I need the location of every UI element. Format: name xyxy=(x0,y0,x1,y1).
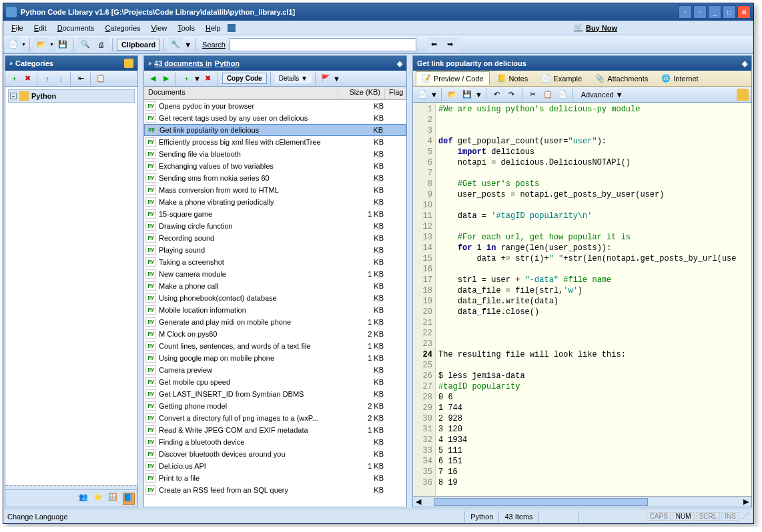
new-button[interactable]: 📄▼ xyxy=(6,37,26,52)
menu-view[interactable]: View xyxy=(146,23,173,33)
document-row[interactable]: pySending sms from nokia series 60KB xyxy=(144,172,406,184)
tab-notes[interactable]: 📒Notes xyxy=(491,71,534,86)
splitter-2[interactable] xyxy=(408,54,411,509)
tree-node-python[interactable]: − Python xyxy=(8,89,135,103)
outdent-button[interactable]: ⇤ xyxy=(75,73,87,85)
col-size[interactable]: Size (KB) xyxy=(338,87,385,99)
undo-button[interactable]: ↶ xyxy=(490,88,504,101)
open-code-button[interactable]: 📂 xyxy=(446,88,459,101)
tab-internet[interactable]: 🌐Internet xyxy=(655,71,704,86)
delete-category-button[interactable]: ✖ xyxy=(21,73,33,85)
delete-document-button[interactable]: ✖ xyxy=(202,73,214,85)
tab-preview-code[interactable]: 📝Preview / Code xyxy=(416,71,490,85)
nav-prev-button[interactable]: ◀ xyxy=(147,73,159,85)
menu-overflow-icon[interactable] xyxy=(228,24,236,32)
document-row[interactable]: pyGet mobile cpu speedKB xyxy=(144,376,406,388)
document-row[interactable]: pyMake a phone vibrating periodicallyKB xyxy=(144,196,406,208)
splitter-1[interactable] xyxy=(139,54,142,509)
document-row[interactable]: pyMake a phone callKB xyxy=(144,280,406,292)
copy-button[interactable]: 📋 xyxy=(541,88,554,101)
document-row[interactable]: pyCreate an RSS feed from an SQL queryKB xyxy=(144,484,406,496)
document-row[interactable]: pyDrawing circle functionKB xyxy=(144,220,406,232)
document-row[interactable]: pyGenerate and play midi on mobile phone… xyxy=(144,316,406,328)
document-row[interactable]: pyDel.icio.us API1 KB xyxy=(144,460,406,472)
col-documents[interactable]: Documents xyxy=(144,87,338,99)
menu-tools[interactable]: Tools xyxy=(172,23,200,33)
document-row[interactable]: pyMobile location informationKB xyxy=(144,304,406,316)
diamond-icon[interactable]: ◈ xyxy=(397,59,402,68)
redo-button[interactable]: ↷ xyxy=(505,88,518,101)
document-row[interactable]: py15-square game1 KB xyxy=(144,208,406,220)
maximize-button[interactable]: □ xyxy=(723,5,736,19)
menu-categories[interactable]: Categories xyxy=(99,23,145,33)
paste-button[interactable]: 📋 xyxy=(95,73,107,85)
code-area[interactable]: #We are using python's delicious-py modu… xyxy=(436,103,751,496)
print-button[interactable]: 🖨 xyxy=(94,37,109,52)
settings-dropdown-icon[interactable]: ▼ xyxy=(184,41,192,49)
add-dropdown-icon[interactable]: ▼ xyxy=(194,75,201,83)
document-row[interactable]: pyCamera previewKB xyxy=(144,364,406,376)
flag-dropdown-icon[interactable]: ▼ xyxy=(333,75,340,83)
buy-now-link[interactable]: 🛒 Buy Now xyxy=(574,23,617,32)
document-row[interactable]: pyGet link popularity on deliciousKB xyxy=(144,124,406,136)
footer-icon-1[interactable]: 👥 xyxy=(79,493,91,505)
menu-documents[interactable]: Documents xyxy=(52,23,100,33)
document-row[interactable]: pyFinding a bluetooth deviceKB xyxy=(144,436,406,448)
horizontal-scrollbar[interactable]: ◀ ▶ xyxy=(413,496,751,507)
document-row[interactable]: pyGetting phone model2 KB xyxy=(144,400,406,412)
move-down-button[interactable]: ↓ xyxy=(55,73,67,85)
footer-icon-4[interactable]: 📘 xyxy=(123,493,135,505)
document-row[interactable]: pyNew camera module1 KB xyxy=(144,268,406,280)
open-button[interactable]: 📂▼ xyxy=(34,37,54,52)
document-row[interactable]: pyUsing phonebook(contact) databaseKB xyxy=(144,292,406,304)
folder-icon[interactable] xyxy=(124,59,133,68)
document-row[interactable]: pyGet LAST_INSERT_ID from Symbian DBMSKB xyxy=(144,388,406,400)
change-language-link[interactable]: Change Language xyxy=(7,513,68,521)
nav-forward-button[interactable]: ➡ xyxy=(443,37,458,52)
document-row[interactable]: pyPlaying soundKB xyxy=(144,244,406,256)
diamond-icon[interactable]: ◈ xyxy=(742,59,747,68)
menu-file[interactable]: File xyxy=(6,23,29,33)
document-row[interactable]: pyOpens pydoc in your browserKB xyxy=(144,100,406,112)
save-code-button[interactable]: 💾 xyxy=(460,88,474,101)
search-input[interactable] xyxy=(230,38,416,51)
lock-icon[interactable] xyxy=(737,89,749,101)
tab-attachments[interactable]: 📎Attachments xyxy=(589,71,654,86)
document-row[interactable]: pyDiscover bluetooth devices around youK… xyxy=(144,448,406,460)
document-row[interactable]: pyTaking a screenshotKB xyxy=(144,256,406,268)
document-row[interactable]: pyGet recent tags used by any user on de… xyxy=(144,112,406,124)
document-row[interactable]: pyPrint to a fileKB xyxy=(144,472,406,484)
document-row[interactable]: pyRead & Write JPEG COM and EXIF metadat… xyxy=(144,424,406,436)
details-button[interactable]: Details ▼ xyxy=(275,73,312,83)
clipboard-button[interactable]: Clipboard xyxy=(117,39,160,51)
code-editor[interactable]: 1234567891011121314151617181920212223242… xyxy=(413,103,751,496)
col-flag[interactable]: Flag xyxy=(385,87,406,99)
footer-icon-3[interactable]: 🪟 xyxy=(108,493,120,505)
cut-button[interactable]: ✂ xyxy=(526,88,540,101)
document-row[interactable]: pyMass conversion from word to HTMLKB xyxy=(144,184,406,196)
document-row[interactable]: pySending file via bluetoothKB xyxy=(144,148,406,160)
new-code-button[interactable]: 📄 xyxy=(416,88,429,101)
add-category-button[interactable]: ＋ xyxy=(8,73,20,85)
document-row[interactable]: pyM Clock on pys602 KB xyxy=(144,328,406,340)
document-row[interactable]: pyConvert a directory full of png images… xyxy=(144,412,406,424)
minimize-button[interactable]: _ xyxy=(708,5,721,19)
nav-back-button[interactable]: ⬅ xyxy=(427,37,442,52)
close-button[interactable]: ✕ xyxy=(737,5,751,19)
paste-code-button[interactable]: 📄 xyxy=(556,88,569,101)
move-up-button[interactable]: ↑ xyxy=(41,73,53,85)
document-row[interactable]: pyCount lines, sentences, and words of a… xyxy=(144,340,406,352)
document-row[interactable]: pyRecording soundKB xyxy=(144,232,406,244)
document-row[interactable]: pyUsing google map on mobile phone1 KB xyxy=(144,352,406,364)
document-row[interactable]: pyEfficiently process big xml files with… xyxy=(144,136,406,148)
document-row[interactable]: pyExchanging values of two variablesKB xyxy=(144,160,406,172)
advanced-button[interactable]: Advanced ▼ xyxy=(577,89,627,100)
expand-icon[interactable]: − xyxy=(10,93,17,99)
footer-icon-2[interactable]: ⭐ xyxy=(93,493,105,505)
aux-button-1[interactable]: ▫ xyxy=(679,5,692,19)
print-preview-button[interactable]: 🔍 xyxy=(78,37,93,52)
nav-next-button[interactable]: ▶ xyxy=(160,73,172,85)
save-button[interactable]: 💾 xyxy=(55,37,70,52)
resize-grip-icon[interactable]: ⋰ xyxy=(742,512,749,521)
flag-button[interactable]: 🚩 xyxy=(320,73,332,85)
